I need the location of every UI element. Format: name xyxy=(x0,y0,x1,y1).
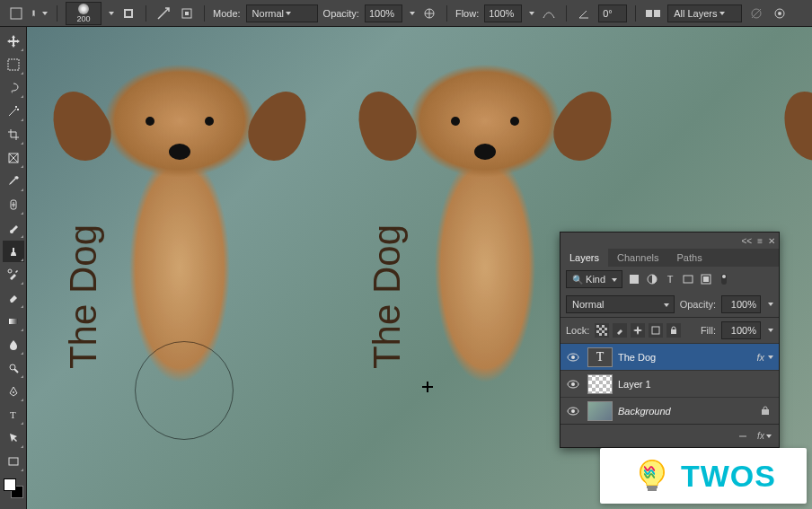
fill-input[interactable]: 100% xyxy=(721,321,761,339)
brush-settings-icon[interactable] xyxy=(119,4,137,22)
svg-rect-2 xyxy=(126,11,131,16)
chevron-down-icon[interactable] xyxy=(109,12,114,15)
lock-transparency-icon[interactable] xyxy=(595,323,609,338)
magic-wand-tool[interactable] xyxy=(3,101,24,122)
sample-toggle[interactable] xyxy=(178,4,196,22)
ignore-adjustment-icon[interactable] xyxy=(747,4,765,22)
aligned-toggle[interactable] xyxy=(154,4,172,22)
home-icon[interactable] xyxy=(7,4,25,22)
pressure-opacity-icon[interactable] xyxy=(420,4,438,22)
blur-tool[interactable] xyxy=(3,334,24,355)
layer-name[interactable]: Background xyxy=(618,406,761,417)
layer-fx-icon[interactable]: fx xyxy=(757,429,772,443)
pen-tool[interactable] xyxy=(3,381,24,402)
layer-thumbnail[interactable]: T xyxy=(587,347,613,367)
airbrush-icon[interactable] xyxy=(540,4,558,22)
angle-input[interactable]: 0° xyxy=(598,4,627,22)
visibility-toggle[interactable] xyxy=(564,407,582,416)
lock-pixels-icon[interactable] xyxy=(613,323,627,338)
layer-row[interactable]: Layer 1 xyxy=(560,370,779,397)
filter-pixel-icon[interactable] xyxy=(628,273,640,285)
flow-input[interactable]: 100% xyxy=(484,4,522,22)
link-layers-icon[interactable] xyxy=(736,429,750,443)
move-tool[interactable] xyxy=(3,31,24,52)
collapse-icon[interactable]: << xyxy=(741,236,752,246)
layer-name[interactable]: The Dog xyxy=(618,352,756,363)
image-content xyxy=(776,36,812,422)
clone-stamp-tool[interactable] xyxy=(3,241,24,262)
eyedropper-tool[interactable] xyxy=(3,171,24,192)
filter-smart-icon[interactable] xyxy=(700,273,712,285)
angle-icon[interactable] xyxy=(575,4,593,22)
lock-all-icon[interactable] xyxy=(666,323,681,338)
filter-toggle-switch[interactable] xyxy=(718,273,730,285)
pressure-size-icon[interactable] xyxy=(771,4,789,22)
filter-type-icon[interactable]: T xyxy=(664,273,676,285)
path-select-tool[interactable] xyxy=(3,427,24,449)
svg-text:T: T xyxy=(10,409,16,420)
filter-shape-icon[interactable] xyxy=(682,273,694,285)
blend-mode-select[interactable]: Normal xyxy=(246,4,318,22)
filter-adjustment-icon[interactable] xyxy=(646,273,658,285)
marquee-tool[interactable] xyxy=(3,54,24,75)
history-brush-tool[interactable] xyxy=(3,264,24,285)
opacity-label: Opacity: xyxy=(323,8,359,19)
layer-thumbnail[interactable] xyxy=(587,401,613,421)
gradient-tool[interactable] xyxy=(3,311,24,332)
layer-name[interactable]: Layer 1 xyxy=(618,379,779,390)
foreground-color-swatch[interactable] xyxy=(4,478,16,491)
tool-preset-picker[interactable] xyxy=(31,4,49,22)
tab-layers[interactable]: Layers xyxy=(560,249,608,267)
tab-channels[interactable]: Channels xyxy=(608,249,667,267)
layer-row[interactable]: T The Dog fx xyxy=(560,343,779,370)
svg-rect-47 xyxy=(648,488,657,491)
brush-tool[interactable] xyxy=(3,217,24,239)
brush-cursor-outline xyxy=(135,341,234,440)
svg-rect-7 xyxy=(654,10,660,17)
flow-label: Flow: xyxy=(455,8,479,19)
brush-preset-picker[interactable]: 200 xyxy=(66,2,102,25)
layer-row[interactable]: Background xyxy=(560,397,779,424)
layer-opacity-input[interactable]: 100% xyxy=(721,295,761,313)
chevron-down-icon[interactable] xyxy=(768,303,773,306)
lock-position-icon[interactable] xyxy=(631,323,645,338)
opacity-input[interactable]: 100% xyxy=(365,4,402,22)
layers-panel: << ≡ ✕ Layers Channels Paths 🔍 Kind T No… xyxy=(560,232,780,448)
panel-menu-icon[interactable]: ≡ xyxy=(757,236,763,246)
svg-rect-26 xyxy=(630,275,639,284)
layers-panel-footer: fx xyxy=(560,424,779,447)
chevron-down-icon[interactable] xyxy=(768,329,773,332)
color-swatches[interactable] xyxy=(3,478,24,499)
eraser-tool[interactable] xyxy=(3,287,24,309)
layer-blend-mode-select[interactable]: Normal xyxy=(566,295,675,313)
lightbulb-icon xyxy=(631,454,674,497)
layer-opacity-label: Opacity: xyxy=(680,299,716,310)
sample-layers-select[interactable]: All Layers xyxy=(667,4,741,22)
close-icon[interactable]: ✕ xyxy=(768,236,775,246)
layer-effects-indicator[interactable]: fx xyxy=(756,352,773,363)
svg-rect-4 xyxy=(185,12,189,15)
svg-rect-36 xyxy=(652,327,659,334)
chevron-down-icon[interactable] xyxy=(529,12,534,15)
svg-rect-30 xyxy=(703,276,709,282)
aligned-checkbox[interactable] xyxy=(644,4,662,22)
rectangle-tool[interactable] xyxy=(3,451,24,472)
dodge-tool[interactable] xyxy=(3,357,24,379)
crop-tool[interactable] xyxy=(3,124,24,145)
layer-thumbnail[interactable] xyxy=(587,374,613,394)
chevron-down-icon[interactable] xyxy=(410,12,415,15)
visibility-toggle[interactable] xyxy=(564,380,582,389)
lasso-tool[interactable] xyxy=(3,77,24,99)
type-tool[interactable]: T xyxy=(3,404,24,426)
layer-filter-select[interactable]: 🔍 Kind xyxy=(566,270,622,288)
panel-tabs: Layers Channels Paths xyxy=(560,249,779,267)
visibility-toggle[interactable] xyxy=(564,353,582,362)
options-bar: 200 Mode: Normal Opacity: 100% Flow: 100… xyxy=(0,0,812,27)
svg-point-32 xyxy=(722,275,726,278)
healing-tool[interactable] xyxy=(3,194,24,215)
lock-artboard-icon[interactable] xyxy=(649,323,663,338)
tab-paths[interactable]: Paths xyxy=(668,249,711,267)
svg-rect-44 xyxy=(762,409,769,415)
svg-point-43 xyxy=(571,409,575,413)
frame-tool[interactable] xyxy=(3,147,24,169)
